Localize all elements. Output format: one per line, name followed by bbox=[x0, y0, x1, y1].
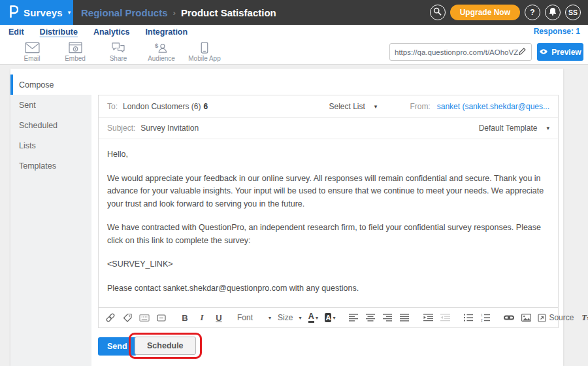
sidebar-item-compose[interactable]: Compose bbox=[10, 75, 91, 95]
upgrade-now-button[interactable]: Upgrade Now bbox=[450, 5, 520, 20]
chevron-down-icon bbox=[316, 315, 318, 321]
numbered-list-button[interactable]: 12 bbox=[480, 311, 491, 324]
subject-value[interactable]: Survey Invitation bbox=[140, 124, 199, 133]
background-color-button[interactable]: A bbox=[325, 311, 335, 324]
avatar-initials: SS bbox=[568, 8, 578, 16]
body-paragraph: We would appreciate your feedback in our… bbox=[107, 173, 549, 211]
email-icon bbox=[25, 42, 40, 54]
size-label: Size bbox=[278, 313, 293, 322]
channel-toolbar: Email Embed Share $ Audience Mobile App bbox=[0, 39, 588, 65]
email-body-editor[interactable]: Hello, We would appreciate your feedback… bbox=[99, 139, 558, 307]
bold-button[interactable]: B bbox=[180, 311, 190, 324]
align-right-button[interactable] bbox=[382, 311, 393, 324]
preview-eye-icon bbox=[539, 48, 548, 57]
surveys-product-menu[interactable]: Surveys bbox=[0, 0, 73, 25]
top-bar: Surveys Regional Products Product Satisf… bbox=[0, 0, 588, 25]
svg-text:$: $ bbox=[155, 42, 159, 49]
tab-edit[interactable]: Edit bbox=[8, 27, 24, 37]
template-dropdown[interactable]: Default Template bbox=[479, 124, 549, 133]
source-label: Source bbox=[549, 313, 574, 322]
sidebar-item-templates[interactable]: Templates bbox=[10, 156, 91, 176]
channel-embed[interactable]: Embed bbox=[54, 42, 97, 62]
body-paragraph: We have contracted with QuestionPro, an … bbox=[107, 222, 549, 247]
product-name: Surveys bbox=[24, 7, 63, 18]
account-avatar[interactable]: SS bbox=[565, 5, 581, 20]
underline-button[interactable]: U bbox=[214, 311, 224, 324]
tab-integration[interactable]: Integration bbox=[146, 27, 188, 37]
questionpro-logo-icon bbox=[8, 5, 18, 20]
schedule-highlight-annotation: Schedule bbox=[129, 333, 202, 359]
top-right-actions: Upgrade Now ? SS bbox=[430, 5, 581, 20]
bullet-list-button[interactable] bbox=[463, 311, 474, 324]
sidebar-item-scheduled[interactable]: Scheduled bbox=[10, 115, 91, 135]
text-color-button[interactable]: A bbox=[308, 311, 318, 324]
breadcrumb-separator-icon bbox=[173, 8, 176, 18]
to-value[interactable]: London Customers (6) bbox=[123, 102, 201, 111]
insert-button-icon[interactable] bbox=[156, 311, 167, 324]
channel-mobile-app[interactable]: Mobile App bbox=[183, 42, 226, 62]
breadcrumb: Regional Products Product Satisfaction bbox=[81, 7, 276, 18]
to-row: To: London Customers (6) 6 Select List F… bbox=[99, 95, 558, 118]
svg-text:2: 2 bbox=[481, 319, 483, 322]
chevron-down-icon bbox=[333, 315, 335, 321]
sidebar-item-sent[interactable]: Sent bbox=[10, 95, 91, 115]
channel-email[interactable]: Email bbox=[10, 42, 54, 62]
clear-formatting-button[interactable]: Tx bbox=[580, 311, 588, 324]
align-left-button[interactable] bbox=[348, 311, 359, 324]
rich-text-toolbar: B I U Font Size A A bbox=[99, 307, 558, 327]
justify-button[interactable] bbox=[399, 311, 410, 324]
indent-button[interactable] bbox=[423, 311, 433, 324]
breadcrumb-parent[interactable]: Regional Products bbox=[81, 7, 168, 18]
svg-text:1: 1 bbox=[481, 314, 483, 317]
from-value[interactable]: sanket (sanket.shekdar@ques... bbox=[437, 102, 549, 111]
subject-label: Subject: bbox=[107, 124, 135, 133]
channel-audience[interactable]: $ Audience bbox=[140, 42, 183, 62]
share-icon bbox=[111, 42, 125, 54]
distribute-email-panel: Compose Sent Scheduled Lists Templates T… bbox=[10, 69, 563, 366]
sidebar-item-lists[interactable]: Lists bbox=[10, 135, 91, 156]
channel-label: Email bbox=[24, 55, 40, 62]
to-label: To: bbox=[107, 102, 118, 111]
insert-survey-link-icon[interactable] bbox=[105, 311, 116, 324]
subject-row: Subject: Survey Invitation Default Templ… bbox=[99, 118, 558, 139]
insert-merge-field-icon[interactable] bbox=[139, 311, 150, 324]
preview-label: Preview bbox=[551, 48, 581, 57]
response-count-link[interactable]: Response: 1 bbox=[534, 27, 580, 36]
mobile-app-icon bbox=[201, 42, 208, 54]
tab-analytics[interactable]: Analytics bbox=[93, 27, 130, 37]
template-label: Default Template bbox=[479, 124, 538, 133]
outdent-button[interactable] bbox=[440, 311, 450, 324]
from-label: From: bbox=[410, 102, 430, 111]
chevron-down-icon bbox=[68, 9, 71, 16]
align-center-button[interactable] bbox=[365, 311, 376, 324]
edit-url-pencil-icon[interactable] bbox=[518, 46, 527, 58]
embed-icon bbox=[69, 42, 82, 54]
clear-format-t: T bbox=[581, 312, 587, 323]
survey-url-input[interactable] bbox=[395, 48, 518, 56]
insert-tag-icon[interactable] bbox=[122, 311, 133, 324]
body-paragraph: Hello, bbox=[107, 148, 549, 161]
chevron-down-icon bbox=[269, 315, 271, 321]
channel-share[interactable]: Share bbox=[97, 42, 140, 62]
help-button[interactable]: ? bbox=[525, 5, 540, 20]
channel-label: Share bbox=[110, 55, 127, 62]
schedule-button[interactable]: Schedule bbox=[135, 337, 196, 355]
chevron-down-icon bbox=[299, 315, 301, 321]
body-paragraph: <SURVEY_LINK> bbox=[107, 258, 549, 271]
channel-list: Email Embed Share $ Audience Mobile App bbox=[10, 42, 226, 62]
email-sidebar: Compose Sent Scheduled Lists Templates bbox=[10, 75, 91, 366]
preview-button[interactable]: Preview bbox=[537, 43, 583, 61]
source-button[interactable]: Source bbox=[538, 313, 574, 322]
body-paragraph: Please contact sanket.shekdar@questionpr… bbox=[107, 282, 549, 295]
search-button[interactable] bbox=[430, 5, 446, 20]
notifications-button[interactable] bbox=[545, 5, 561, 20]
select-list-dropdown[interactable]: Select List bbox=[329, 102, 377, 111]
tab-distribute[interactable]: Distribute bbox=[40, 27, 78, 37]
insert-image-button[interactable] bbox=[521, 311, 531, 324]
insert-link-button[interactable] bbox=[504, 311, 514, 324]
font-size-dropdown[interactable]: Size bbox=[278, 313, 301, 322]
survey-url-field[interactable] bbox=[389, 43, 532, 61]
italic-button[interactable]: I bbox=[197, 311, 207, 324]
font-family-dropdown[interactable]: Font bbox=[237, 313, 271, 322]
background-color-icon: A bbox=[325, 313, 331, 322]
